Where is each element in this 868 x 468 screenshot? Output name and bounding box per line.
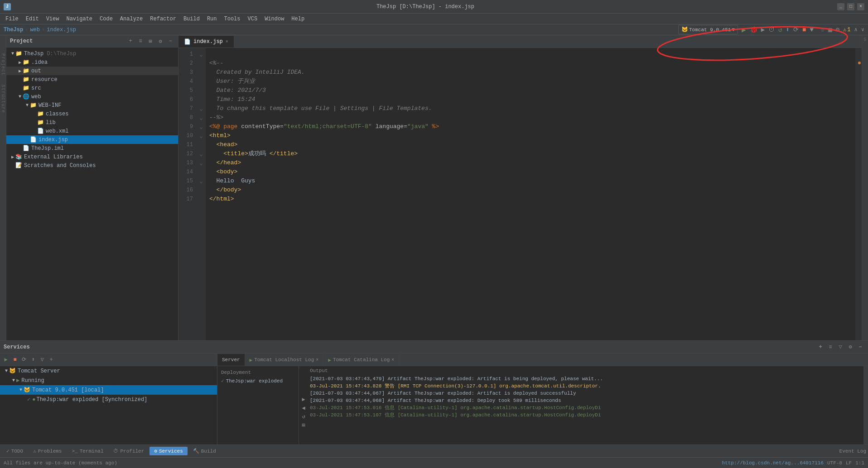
services-group-btn[interactable]: ≡	[826, 343, 834, 351]
menu-tools[interactable]: Tools	[221, 15, 244, 23]
breadcrumb-file[interactable]: index.jsp	[47, 27, 76, 33]
profile-button[interactable]: ⏱	[768, 26, 775, 33]
tree-restart-btn[interactable]: ⟳	[20, 356, 28, 364]
update-button[interactable]: ⬆	[786, 26, 790, 33]
run-button[interactable]: ▶	[742, 25, 746, 34]
services-minimize-btn[interactable]: −	[856, 343, 864, 351]
deploy-left-arrow[interactable]: ◀	[302, 405, 305, 411]
tab-catalina-log[interactable]: ▶ Tomcat Catalina Log ×	[323, 354, 399, 366]
deploy-refresh-btn[interactable]: ↺	[302, 413, 305, 420]
tab-close-button[interactable]: ×	[226, 39, 228, 44]
status-right: http://blog.csdn.net/ag...64017116 UTF-8…	[722, 460, 864, 466]
add-button[interactable]: +	[126, 37, 135, 45]
bookmark-icon[interactable]: ☆	[821, 26, 825, 33]
debug-button[interactable]: 🐞	[750, 26, 757, 33]
services-add-btn[interactable]: +	[816, 343, 825, 351]
settings-icon[interactable]: ⚙	[836, 26, 839, 33]
tree-web[interactable]: ▼ 🌐 web	[6, 92, 178, 101]
deploy-action-btn[interactable]: ⊞	[302, 422, 305, 429]
tree-stop-btn[interactable]: ■	[11, 356, 19, 364]
tree-extlibs[interactable]: ▶ 📚 External Libraries	[6, 153, 178, 161]
warning-nav-down[interactable]: ∨	[861, 26, 864, 33]
collapse-button[interactable]: ≡	[136, 37, 145, 45]
maximize-button[interactable]: □	[847, 3, 854, 10]
tree-src[interactable]: ▶ 📁 src	[6, 84, 178, 92]
tree-resource[interactable]: ▶ 📁 resource	[6, 75, 178, 84]
tree-scratches[interactable]: ▶ 📝 Scratches and Consoles	[6, 161, 178, 170]
menu-help[interactable]: Help	[288, 15, 308, 23]
breadcrumb-project[interactable]: TheJsp	[4, 27, 23, 33]
event-log-btn[interactable]: Event Log	[839, 449, 866, 454]
tab-indexjsp[interactable]: 📄 index.jsp ×	[178, 36, 234, 48]
warning-nav-up[interactable]: ∧	[854, 26, 858, 33]
tree-indexjsp[interactable]: ▶ 📄 index.jsp	[6, 135, 178, 144]
menu-code[interactable]: Code	[96, 15, 116, 23]
tree-thesjpiml[interactable]: ▶ 📄 TheJsp.iml	[6, 144, 178, 153]
menu-edit[interactable]: Edit	[22, 15, 43, 23]
coverage-button[interactable]: ▶	[761, 26, 765, 33]
menu-file[interactable]: File	[2, 15, 22, 23]
menu-run[interactable]: Run	[203, 15, 221, 23]
services-tree-running[interactable]: ▼ ▶ Running	[0, 376, 217, 385]
filter-button[interactable]: ⊞	[146, 37, 154, 45]
services-tree-deployment[interactable]: ✓ ● TheJsp:war exploded [Synchronized]	[0, 395, 217, 404]
tab-build[interactable]: 🔨 Build	[188, 447, 221, 455]
scratches-icon: 📝	[15, 162, 22, 169]
structure-strip[interactable]: S	[863, 37, 866, 42]
more-dropdown[interactable]: ▼	[810, 26, 813, 33]
tab-localhost-log[interactable]: ▶ Tomcat Localhost Log ×	[245, 354, 324, 366]
services-tree-toolbar: ▶ ■ ⟳ ⬆ ▽ +	[0, 353, 217, 366]
status-lf[interactable]: LF	[846, 460, 852, 466]
menu-navigate[interactable]: Navigate	[63, 15, 96, 23]
tree-out[interactable]: ▶ 📁 out	[6, 67, 178, 75]
close-panel-button[interactable]: −	[166, 37, 174, 45]
catalina-log-close[interactable]: ×	[391, 358, 394, 363]
tab-terminal[interactable]: >_ Terminal	[67, 447, 108, 455]
tab-services[interactable]: ⚙ Services	[149, 447, 187, 455]
warnings-badge[interactable]: ⚠ 1	[843, 26, 850, 33]
services-filter-btn[interactable]: ▽	[836, 343, 844, 351]
gear-button[interactable]: ⚙	[156, 37, 164, 45]
deploy-right-arrow[interactable]: ▶	[302, 396, 305, 403]
editor-tab-bar: 📄 index.jsp ×	[178, 35, 862, 48]
close-button[interactable]: ×	[857, 3, 864, 10]
breadcrumb-web[interactable]: web	[30, 27, 40, 33]
tree-label-webxml: web.xml	[46, 128, 68, 134]
menu-analyze[interactable]: Analyze	[116, 15, 146, 23]
tree-more-btn[interactable]: +	[47, 356, 55, 364]
menu-view[interactable]: View	[43, 15, 63, 23]
tree-deploy-btn[interactable]: ⬆	[29, 356, 37, 364]
restart-button[interactable]: ⟳	[793, 26, 799, 33]
services-tree-instance[interactable]: ▼ 🐱 Tomcat 9.0.451 [local]	[0, 385, 217, 395]
tab-problems[interactable]: ⚠ Problems	[29, 447, 66, 455]
status-url[interactable]: http://blog.csdn.net/ag...64017116	[722, 460, 824, 466]
project-strip-label[interactable]: Project	[0, 53, 5, 76]
menu-vcs[interactable]: VCS	[244, 15, 261, 23]
minimize-button[interactable]: _	[837, 3, 844, 10]
tab-server[interactable]: Server	[217, 354, 245, 366]
tab-profiler[interactable]: ⏱ Profiler	[109, 447, 149, 455]
services-settings-btn[interactable]: ⚙	[846, 343, 854, 351]
menu-build[interactable]: Build	[180, 15, 203, 23]
refresh-button[interactable]: ↺	[778, 26, 782, 33]
tree-run-btn[interactable]: ▶	[2, 356, 10, 364]
localhost-log-close[interactable]: ×	[316, 358, 318, 363]
tree-filter-btn[interactable]: ▽	[38, 356, 46, 364]
tab-todo[interactable]: ✓ TODO	[2, 447, 28, 455]
log-line-4: 03-Jul-2021 15:47:53.016 信息 [Catalina-ut…	[310, 404, 862, 411]
menu-window[interactable]: Window	[261, 15, 288, 23]
tree-thesjp[interactable]: ▼ 📁 TheJsp D:\TheJsp	[6, 49, 178, 58]
status-position[interactable]: 1:1	[855, 460, 864, 466]
tree-webxml[interactable]: ▶ 📄 web.xml	[6, 127, 178, 135]
tree-classes[interactable]: ▶ 📁 classes	[6, 110, 178, 118]
status-encoding[interactable]: UTF-8	[827, 460, 842, 466]
run-config-selector[interactable]: 🐱 Tomcat 9.0.451 ▼	[678, 25, 738, 34]
tree-lib[interactable]: ▶ 📁 lib	[6, 118, 178, 127]
layout-icon[interactable]: ▦	[828, 26, 832, 33]
structure-strip-label[interactable]: Structure	[0, 85, 5, 113]
services-tree-tomcat[interactable]: ▼ 🐱 Tomcat Server	[0, 366, 217, 376]
tree-webinf[interactable]: ▼ 📁 WEB-INF	[6, 101, 178, 110]
tree-idea[interactable]: ▶ 📁 .idea	[6, 58, 178, 67]
stop-button[interactable]: ■	[802, 26, 806, 33]
menu-refactor[interactable]: Refactor	[146, 15, 180, 23]
